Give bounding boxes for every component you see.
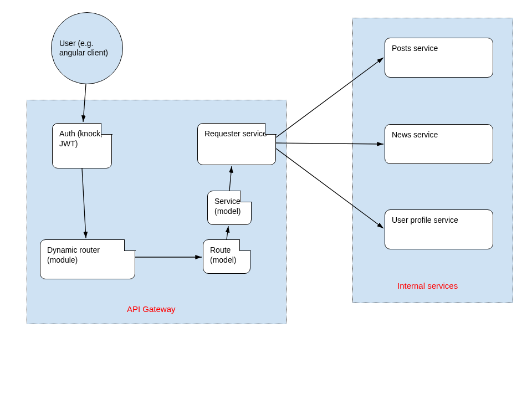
dynamic-router-text: Dynamic router (module) [47, 245, 100, 264]
api-gateway-label: API Gateway [127, 304, 176, 314]
news-service-text: News service [392, 130, 438, 139]
user-profile-service-node: User profile service [385, 209, 493, 249]
auth-text: Auth (knock, JWT) [59, 129, 103, 148]
auth-node: Auth (knock, JWT) [52, 123, 112, 168]
news-service-node: News service [385, 124, 493, 164]
diagram-canvas: API Gateway Internal services User (e.g.… [0, 0, 532, 399]
posts-service-text: Posts service [392, 44, 438, 53]
posts-service-node: Posts service [385, 38, 493, 78]
requester-text: Requester service [204, 129, 267, 138]
user-node: User (e.g. angular client) [51, 12, 123, 84]
route-node: Route (model) [203, 239, 250, 274]
internal-services-label: Internal services [397, 281, 458, 290]
service-model-node: Service (model) [207, 191, 252, 225]
requester-node: Requester service [197, 123, 276, 165]
user-profile-service-text: User profile service [392, 216, 458, 224]
dynamic-router-node: Dynamic router (module) [40, 239, 135, 279]
route-text: Route (model) [210, 245, 236, 264]
user-text: User (e.g. angular client) [59, 39, 115, 58]
service-model-text: Service (model) [214, 197, 241, 216]
